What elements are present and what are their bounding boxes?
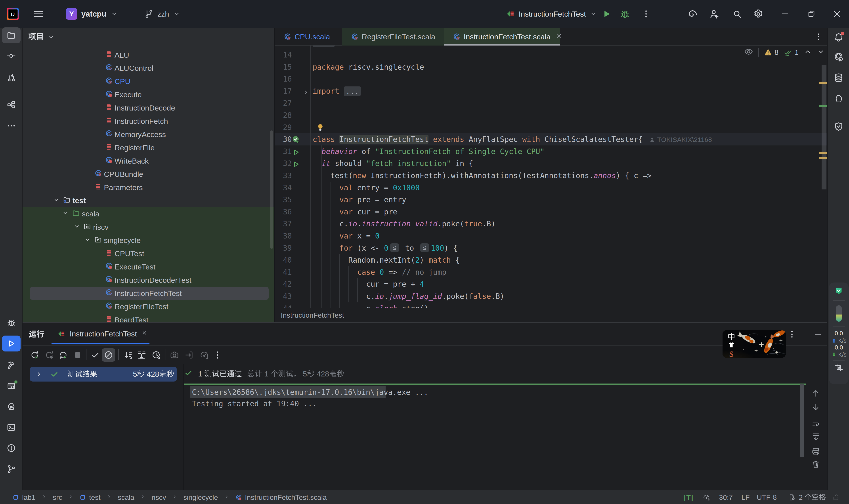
- status-crumb-singlecycle[interactable]: singlecycle: [183, 493, 218, 502]
- editor-tab-1[interactable]: CPU.scala: [275, 28, 342, 46]
- code-line-28[interactable]: 28: [275, 109, 827, 121]
- toolbar-toggle-auto-test[interactable]: [57, 348, 70, 362]
- code-with-me-button[interactable]: [706, 0, 722, 28]
- next-problem-button[interactable]: [817, 48, 825, 58]
- console-scrollbar[interactable]: [800, 384, 804, 457]
- console-clear-console[interactable]: [809, 458, 823, 470]
- editor-tab-3[interactable]: InstructionFetchTest.scala: [444, 28, 560, 46]
- tree-expand-chevron[interactable]: [52, 196, 60, 205]
- test-results-row[interactable]: 5 428: [30, 367, 177, 381]
- ime-skin-button[interactable]: [728, 341, 735, 349]
- tree-item-instructionfetch[interactable]: InstructionFetch: [22, 115, 274, 128]
- code-line-33[interactable]: 33 test(new InstructionFetch).withAnnota…: [275, 169, 827, 182]
- code-line-16[interactable]: 16: [275, 73, 827, 85]
- tree-item-cpubundle[interactable]: CPUBundle: [22, 167, 274, 181]
- ime-toolbar[interactable]: S: [723, 330, 786, 358]
- highlight-visibility-button[interactable]: [744, 47, 754, 58]
- tree-item-instructiondecode[interactable]: InstructionDecode: [22, 102, 274, 115]
- code-line-44[interactable]: 44 c.clock.step(): [275, 302, 827, 308]
- console-line-2[interactable]: Testing started at 19:40 ...: [192, 398, 317, 410]
- inspections-widget[interactable]: 81: [744, 47, 825, 58]
- stripe-run[interactable]: [2, 336, 21, 352]
- proxy-shield-badge[interactable]: [829, 287, 849, 294]
- toolbar-rerun[interactable]: [28, 348, 41, 362]
- console-print[interactable]: [809, 446, 823, 458]
- code-line-42[interactable]: 42 cur = pre + 4: [275, 278, 827, 290]
- tree-item-cputest[interactable]: CPUTest: [22, 247, 274, 260]
- code-line-35[interactable]: 35 var pre = entry: [275, 194, 827, 206]
- status-lock[interactable]: [816, 490, 849, 504]
- tree-item-cpu[interactable]: CPU: [22, 75, 274, 88]
- main-menu-button[interactable]: [32, 0, 45, 28]
- tree-item-execute[interactable]: Execute: [22, 88, 274, 102]
- stripe-terminal[interactable]: [2, 419, 21, 435]
- more-actions[interactable]: [638, 0, 654, 28]
- tab-close-button[interactable]: [555, 32, 563, 41]
- status-crumb-InstructionFetchTest.scala[interactable]: InstructionFetchTest.scala: [235, 493, 327, 502]
- status-encoding[interactable]: UTF-8: [747, 490, 787, 504]
- toolbar-test-history[interactable]: [150, 348, 163, 362]
- toolbar-show-ignored[interactable]: [102, 348, 115, 362]
- tree-item-test[interactable]: test: [22, 194, 274, 208]
- run-panel-hide-button[interactable]: [812, 328, 824, 340]
- run-button[interactable]: [599, 0, 615, 28]
- code-area[interactable]: 1415package riscv.singlecycle1617import …: [275, 46, 827, 308]
- project-widget[interactable]: Yyatcpu: [66, 0, 118, 28]
- toolbar-stop[interactable]: [71, 348, 84, 362]
- status-crumb-riscv[interactable]: riscv: [151, 493, 166, 502]
- stripe-debug[interactable]: [2, 315, 21, 331]
- console-scroll-up[interactable]: [809, 387, 823, 399]
- stripe-version-control[interactable]: [2, 461, 21, 477]
- tab-bar-more-button[interactable]: [812, 28, 825, 46]
- warnings-count[interactable]: 8: [764, 48, 778, 57]
- console-scroll-to-end[interactable]: [809, 431, 823, 443]
- passed-count[interactable]: 1: [783, 48, 799, 57]
- tree-item-scala[interactable]: scala: [22, 208, 274, 221]
- search-everywhere-button[interactable]: [729, 0, 745, 28]
- code-line-37[interactable]: 37 c.io.instruction_valid.poke(true.B): [275, 218, 827, 230]
- code-line-32[interactable]: 32 it should "fetch instruction" in {: [275, 157, 827, 169]
- project-scrollbar[interactable]: [270, 130, 273, 249]
- code-line-15[interactable]: 15package riscv.singlecycle: [275, 61, 827, 73]
- code-line-34[interactable]: 34 val entry = 0x1000: [275, 182, 827, 194]
- code-line-27[interactable]: 27: [275, 97, 827, 109]
- code-line-38[interactable]: 38 var x = 0: [275, 230, 827, 242]
- stripe-profiler[interactable]: [2, 399, 21, 415]
- toolbar-import-tests[interactable]: [198, 348, 211, 362]
- tree-item-parameters[interactable]: Parameters: [22, 181, 274, 194]
- test-row-chevron[interactable]: [35, 370, 43, 379]
- app-logo[interactable]: IJ: [7, 0, 19, 28]
- ai-assistant-button[interactable]: [685, 0, 700, 28]
- window-close[interactable]: [829, 0, 845, 28]
- toolbar-sort-by-duration[interactable]: [122, 348, 135, 362]
- tree-item-registerfile[interactable]: RegisterFile: [22, 141, 274, 154]
- status-crumb-lab1[interactable]: lab1: [12, 493, 36, 502]
- stripe-structure[interactable]: [2, 97, 21, 113]
- tree-expand-chevron[interactable]: [62, 209, 69, 219]
- debug-button[interactable]: [617, 0, 633, 28]
- window-minimize[interactable]: [777, 0, 793, 28]
- code-line-29[interactable]: 29: [275, 121, 827, 133]
- status-crumb-scala[interactable]: scala: [118, 493, 134, 502]
- stripe-build[interactable]: [2, 357, 21, 373]
- run-tab-close-button[interactable]: [141, 329, 148, 338]
- toolbar-screenshot[interactable]: [168, 348, 181, 362]
- tree-item-riscv[interactable]: riscv: [22, 221, 274, 234]
- tree-item-writeback[interactable]: WriteBack: [22, 154, 274, 167]
- stripe-more-tool-windows[interactable]: [2, 118, 21, 134]
- console-soft-wrap[interactable]: [809, 417, 823, 430]
- stripe-problems[interactable]: [2, 440, 21, 456]
- console-line-1[interactable]: C:\Users\26586\.jdks\temurin-17.0.16\bin…: [192, 386, 428, 398]
- editor-breadcrumbs[interactable]: InstructionFetchTest: [275, 308, 827, 322]
- tree-item-singlecycle[interactable]: singlecycle: [22, 234, 274, 247]
- toolbar-export-test-results[interactable]: [182, 348, 196, 362]
- toolbar-show-passed[interactable]: [89, 348, 102, 362]
- tree-item-alu[interactable]: ALU: [22, 49, 274, 62]
- tree-item-alucontrol[interactable]: ALUControl: [22, 62, 274, 75]
- settings-button[interactable]: [751, 0, 766, 28]
- tree-item-instructionfetchtest[interactable]: InstructionFetchTest: [22, 287, 274, 300]
- code-line-30[interactable]: 30class InstructionFetchTest extends Any…: [275, 133, 827, 145]
- branch-widget[interactable]: zzh: [144, 0, 181, 28]
- status-crumb-test[interactable]: test: [79, 493, 101, 502]
- stripe-ai-assistant[interactable]: [829, 49, 848, 65]
